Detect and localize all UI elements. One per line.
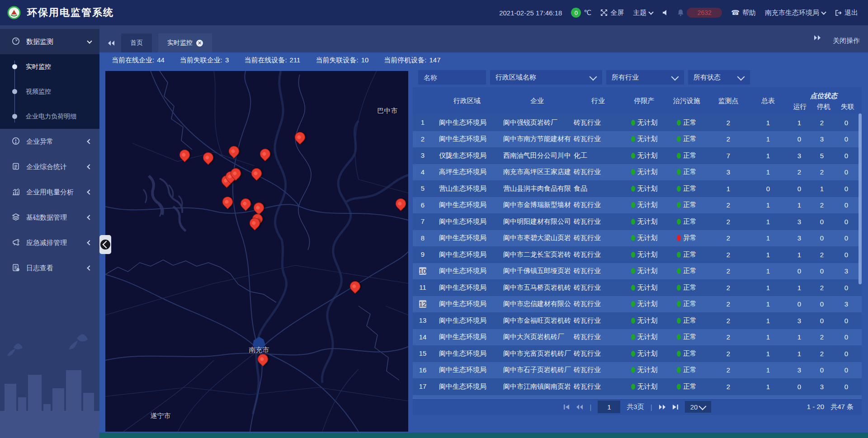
- cell-company: 阆中市二龙长宝页岩砖: [501, 250, 573, 259]
- cell-region: 高坪生态环境局: [433, 168, 501, 176]
- theme-dropdown[interactable]: 主题: [633, 9, 653, 17]
- status-select[interactable]: 所有状态: [688, 70, 750, 85]
- cell-region: 阆中生态环境局: [433, 118, 501, 127]
- industry-select[interactable]: 所有行业: [606, 70, 684, 85]
- cell-stopped: 1: [811, 185, 833, 193]
- cell-industry: 砖瓦行业: [573, 250, 623, 259]
- cell-total-meter: 1: [748, 333, 788, 341]
- col-pollution-facility: 治污设施: [665, 87, 708, 114]
- cell-running: 0: [788, 185, 811, 193]
- sidebar-item-企业综合统计[interactable]: 企业综合统计: [0, 154, 99, 179]
- table-row[interactable]: 16 阆中生态环境局 阆中市石子页岩机砖厂 砖瓦行业 无计划 正常 2 1 3 …: [413, 362, 862, 379]
- sidebar-subitem-视频监控[interactable]: 视频监控: [0, 79, 99, 104]
- table-row[interactable]: 3 仪陇生态环境局 西南油气田分公司川中 化工 无计划 正常 7 1 3 5 0: [413, 147, 862, 164]
- page-number-input[interactable]: [598, 400, 620, 413]
- table-row[interactable]: 5 营山生态环境局 营山县润丰肉食品有限 食品 无计划 正常 1 0 0 1 0: [413, 180, 862, 197]
- status-dot: [631, 235, 635, 241]
- cell-monitor-points: 2: [708, 251, 748, 259]
- fullscreen-button[interactable]: 全屏: [600, 9, 624, 17]
- cell-industry: 砖瓦行业: [573, 201, 623, 209]
- app-root: 环保用电监管系统 2021-02-25 17:46:18 0 ℃ 全屏 主题: [0, 0, 868, 438]
- cell-disconnected: 0: [833, 119, 859, 127]
- mute-button[interactable]: [662, 9, 668, 16]
- cell-pollution-facility: 正常: [665, 316, 708, 325]
- cell-running: 3: [788, 366, 811, 374]
- first-page-button[interactable]: [563, 404, 570, 410]
- table-row[interactable]: 11 阆中生态环境局 阆中市五马桥页岩机砖 砖瓦行业 无计划 正常 2 1 1 …: [413, 279, 862, 296]
- table-row[interactable]: 2 阆中生态环境局 阆中市南方节能建材有 砖瓦行业 无计划 正常 2 1 0 3…: [413, 131, 862, 148]
- status-dot: [631, 120, 635, 126]
- cell-stopped: 2: [811, 350, 833, 358]
- table-row[interactable]: 6 阆中生态环境局 阆中市金博瑞新型墙材 砖瓦行业 无计划 正常 2 1 1 2…: [413, 197, 862, 214]
- tabs-scroll-right-button[interactable]: [814, 35, 821, 41]
- page-size-select[interactable]: 20: [685, 401, 711, 413]
- cell-limit-production: 无计划: [623, 283, 665, 292]
- sidebar-subitem-label: 视频监控: [26, 88, 51, 96]
- next-page-button[interactable]: [659, 404, 666, 410]
- status-dot: [677, 219, 681, 225]
- cell-disconnected: 0: [833, 350, 859, 358]
- sidebar-item-数据监测[interactable]: 数据监测: [0, 29, 99, 54]
- col-disconnected: 失联: [835, 102, 859, 114]
- sidebar-subitem-实时监控[interactable]: 实时监控: [0, 54, 99, 79]
- row-index: 12: [413, 298, 433, 311]
- cell-limit-production: 无计划: [623, 184, 665, 193]
- chevron-down-icon: [737, 73, 745, 80]
- sidebar-item-企业用电量分析[interactable]: 企业用电量分析: [0, 179, 99, 205]
- logout-button[interactable]: 退出: [835, 9, 858, 17]
- first-page-icon: [563, 404, 570, 410]
- cell-industry: 砖瓦行业: [573, 217, 623, 226]
- table-row[interactable]: 1 阆中生态环境局 阆中强锐页岩砖厂 砖瓦行业 无计划 正常 2 1 1 2 0: [413, 114, 862, 131]
- temperature: 0 ℃: [571, 8, 591, 18]
- notifications[interactable]: 2632: [677, 8, 722, 18]
- datetime: 2021-02-25 17:46:18: [499, 9, 562, 17]
- sidebar-subitem-企业电力负荷明细[interactable]: 企业电力负荷明细: [0, 104, 99, 129]
- table-row[interactable]: 7 阆中生态环境局 阆中明阳建材有限公司 砖瓦行业 无计划 正常 2 1 3 0…: [413, 213, 862, 230]
- table-scrollbar[interactable]: [859, 113, 862, 284]
- sidebar-item-日志查看[interactable]: 日志查看: [0, 255, 99, 281]
- stat-value: 44: [157, 56, 165, 65]
- table-row[interactable]: 8 阆中生态环境局 阆中市枣碧大梁山页岩 砖瓦行业 无计划 异常 2 1 3 0…: [413, 230, 862, 247]
- table-row[interactable]: 18 南部生态环境局 南部县础华土源有限公 建材加工 无计划 正常 6 0 0 …: [413, 395, 862, 399]
- tabs-scroll-left-button[interactable]: [108, 40, 115, 46]
- tab-close-icon[interactable]: ✕: [196, 40, 203, 47]
- table-row[interactable]: 17 阆中生态环境局 阆中市江南镇阆南页岩 砖瓦行业 无计划 正常 2 1 0 …: [413, 378, 862, 395]
- table-row[interactable]: 13 阆中生态环境局 阆中市金福旺页岩机砖 砖瓦行业 无计划 正常 2 1 3 …: [413, 312, 862, 329]
- cell-industry: 砖瓦行业: [573, 234, 623, 242]
- close-operations-button[interactable]: 关闭操作: [833, 37, 860, 45]
- col-company: 企业: [501, 87, 573, 114]
- cell-industry: 砖瓦行业: [573, 283, 623, 292]
- table-row[interactable]: 4 高坪生态环境局 南充市高坪区王家店建 砖瓦行业 无计划 正常 3 1 2 2…: [413, 164, 862, 181]
- sidebar-item-基础数据管理[interactable]: 基础数据管理: [0, 205, 99, 230]
- cell-limit-production: 无计划: [623, 382, 665, 391]
- table-row[interactable]: 15 阆中生态环境局 阆中市光富页岩机砖厂 砖瓦行业 无计划 正常 2 1 1 …: [413, 345, 862, 362]
- stat-label: 当前在线设备:: [244, 56, 287, 65]
- stat-label: 当前失联设备:: [316, 56, 358, 65]
- cell-stopped: 2: [811, 201, 833, 209]
- table-row[interactable]: 12 阆中生态环境局 阆中市忠信建材有限公 砖瓦行业 无计划 正常 2 1 0 …: [413, 296, 862, 313]
- cell-region: 阆中生态环境局: [433, 382, 501, 391]
- region-select[interactable]: 行政区域名称: [490, 70, 602, 85]
- sidebar-item-企业异常[interactable]: 企业异常: [0, 129, 99, 154]
- org-dropdown[interactable]: 南充市生态环境局: [765, 9, 826, 17]
- cell-company: 营山县润丰肉食品有限: [501, 184, 573, 193]
- last-page-button[interactable]: [672, 404, 679, 410]
- sidebar-item-label: 应急减排管理: [26, 239, 81, 247]
- tab-home[interactable]: 首页: [121, 33, 152, 52]
- tab-realtime-monitor[interactable]: 实时监控 ✕: [158, 33, 212, 52]
- table-row[interactable]: 10 阆中生态环境局 阆中千佛镇五郎垭页岩 砖瓦行业 无计划 正常 2 1 0 …: [413, 263, 862, 280]
- top-header: 环保用电监管系统 2021-02-25 17:46:18 0 ℃ 全屏 主题: [0, 0, 868, 25]
- prev-page-button[interactable]: [576, 404, 583, 410]
- map-panel[interactable]: 巴中市南充市遂宁市: [105, 71, 408, 432]
- cell-limit-production: 无计划: [623, 250, 665, 259]
- sidebar-item-应急减排管理[interactable]: 应急减排管理: [0, 230, 99, 255]
- table-row[interactable]: 14 阆中生态环境局 阆中大兴页岩机砖厂 砖瓦行业 无计划 正常 2 1 1 2…: [413, 329, 862, 346]
- help-button[interactable]: ☎ 帮助: [731, 9, 756, 17]
- map-collapse-button[interactable]: [99, 235, 111, 254]
- cell-disconnected: 0: [833, 152, 859, 160]
- cell-industry: 化工: [573, 151, 623, 160]
- cell-region: 阆中生态环境局: [433, 135, 501, 143]
- chevron-left-icon: [87, 240, 92, 245]
- table-row[interactable]: 9 阆中生态环境局 阆中市二龙长宝页岩砖 砖瓦行业 无计划 正常 2 1 1 2…: [413, 246, 862, 263]
- name-search-input[interactable]: [418, 70, 486, 85]
